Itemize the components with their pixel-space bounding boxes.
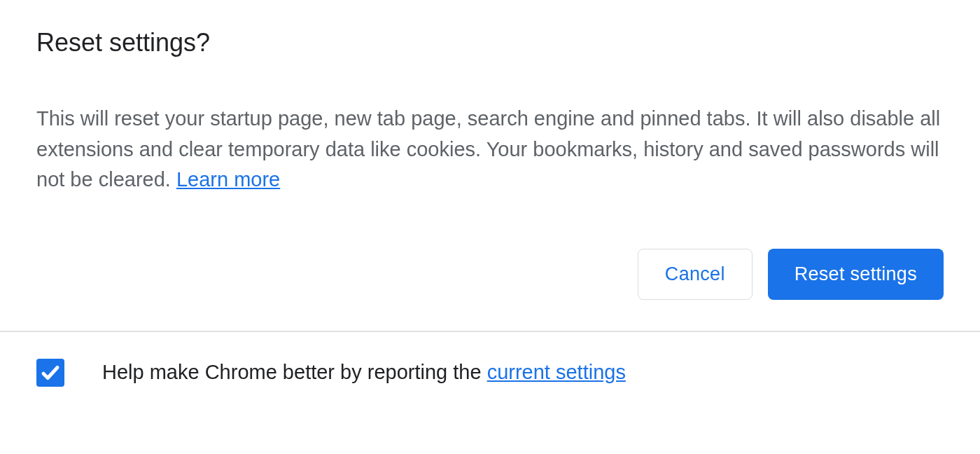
dialog-description-text: This will reset your startup page, new t… — [36, 107, 940, 191]
dialog-footer: Help make Chrome better by reporting the… — [0, 332, 980, 387]
current-settings-link[interactable]: current settings — [487, 361, 626, 383]
report-text-prefix: Help make Chrome better by reporting the — [102, 361, 487, 383]
report-checkbox[interactable] — [36, 359, 64, 387]
reset-settings-dialog: Reset settings? This will reset your sta… — [0, 0, 980, 331]
cancel-button[interactable]: Cancel — [638, 249, 752, 300]
dialog-title: Reset settings? — [36, 28, 944, 57]
dialog-description: This will reset your startup page, new t… — [36, 104, 944, 195]
dialog-actions: Cancel Reset settings — [36, 249, 944, 331]
reset-settings-button[interactable]: Reset settings — [768, 249, 944, 300]
checkmark-icon — [40, 362, 61, 383]
learn-more-link[interactable]: Learn more — [176, 168, 280, 191]
report-label: Help make Chrome better by reporting the… — [102, 361, 626, 384]
